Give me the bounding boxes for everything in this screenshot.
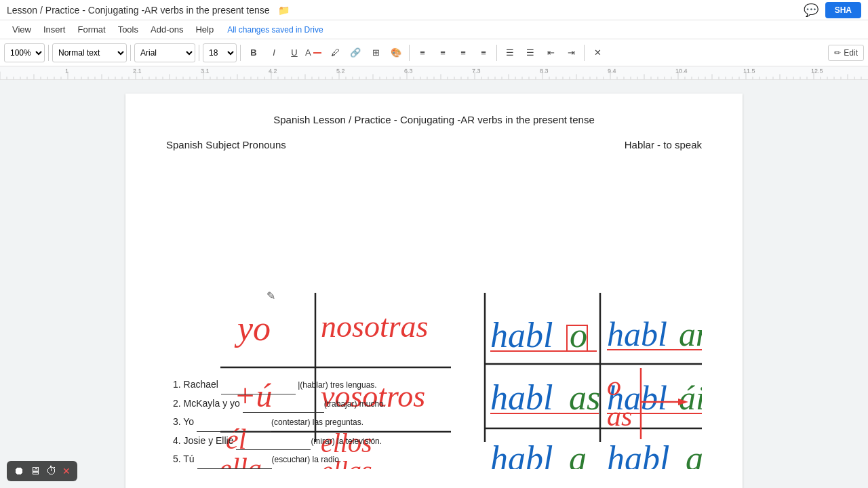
menu-insert[interactable]: Insert bbox=[38, 23, 71, 36]
align-right-button[interactable]: ≡ bbox=[454, 43, 473, 62]
svg-text:amos: amos bbox=[679, 315, 702, 353]
document-area[interactable]: Spanish Lesson / Practice - Conjugating … bbox=[0, 80, 868, 488]
font-size-select[interactable]: 18101214162024 bbox=[203, 43, 237, 62]
align-center-button[interactable]: ≡ bbox=[433, 43, 452, 62]
document-heading: Spanish Lesson / Practice - Conjugating … bbox=[166, 114, 702, 125]
section-titles: Spanish Subject Pronouns Hablar - to spe… bbox=[166, 139, 702, 150]
svg-text:habl: habl bbox=[490, 316, 553, 354]
clear-format-button[interactable]: ✕ bbox=[588, 43, 607, 62]
font-select[interactable]: ArialTimes New RomanCourier New bbox=[134, 43, 195, 62]
highlight-button[interactable]: 🖊 bbox=[326, 43, 344, 62]
record-button[interactable]: ⏺ bbox=[14, 465, 24, 477]
folder-icon[interactable]: 📁 bbox=[278, 5, 290, 16]
svg-text:as: as bbox=[569, 378, 600, 417]
link-button[interactable]: 🔗 bbox=[346, 43, 365, 62]
titlebar: Lesson / Practice - Conjugating -AR verb… bbox=[0, 0, 868, 20]
svg-text:a: a bbox=[569, 439, 587, 469]
page: Spanish Lesson / Practice - Conjugating … bbox=[125, 94, 743, 488]
comments-icon[interactable]: 💬 bbox=[804, 3, 818, 18]
align-left-button[interactable]: ≡ bbox=[413, 43, 432, 62]
underline-button[interactable]: U bbox=[285, 43, 304, 62]
menu-help[interactable]: Help bbox=[190, 23, 219, 36]
ruler bbox=[0, 66, 868, 80]
edit-mode-button[interactable]: ✏Edit bbox=[828, 45, 864, 61]
screen-button[interactable]: 🖥 bbox=[30, 465, 41, 477]
svg-text:o: o bbox=[607, 370, 621, 401]
menubar: View Insert Format Tools Add-ons Help Al… bbox=[0, 20, 868, 39]
svg-text:yo: yo bbox=[234, 309, 271, 348]
svg-text:habl: habl bbox=[607, 315, 667, 353]
style-select[interactable]: Normal textHeading 1Heading 2 bbox=[52, 43, 127, 62]
pronouns-title: Spanish Subject Pronouns bbox=[166, 139, 286, 150]
timer-button[interactable]: ⏱ bbox=[46, 465, 57, 477]
text-color-button[interactable]: A bbox=[305, 43, 324, 62]
handwriting-area: yo nosotras +ú vosotros él ella usted el… bbox=[166, 157, 702, 469]
menu-view[interactable]: View bbox=[7, 23, 37, 36]
close-screen-controls-button[interactable]: ✕ bbox=[62, 466, 71, 476]
bold-button[interactable]: B bbox=[244, 43, 263, 62]
svg-text:as: as bbox=[607, 401, 632, 432]
exercise-4: 4. Josie y Ellie (mirar) la televisión. bbox=[173, 432, 553, 451]
justify-button[interactable]: ≡ bbox=[474, 43, 493, 62]
numbered-list-button[interactable]: ☰ bbox=[500, 43, 519, 62]
bulleted-list-button[interactable]: ☰ bbox=[521, 43, 540, 62]
svg-text:✎: ✎ bbox=[267, 290, 275, 302]
toolbar: 100%75%125% Normal textHeading 1Heading … bbox=[0, 39, 868, 66]
svg-text:nosotras: nosotras bbox=[321, 309, 428, 344]
exercise-3: 3. Yo (contestar) las preguntas. bbox=[173, 413, 553, 432]
exercise-5: 5. Tú (escuchar) la radio. bbox=[173, 450, 553, 469]
svg-marker-46 bbox=[678, 399, 688, 405]
italic-button[interactable]: I bbox=[264, 43, 283, 62]
doc-title: Lesson / Practice - Conjugating -AR verb… bbox=[7, 5, 270, 16]
share-button[interactable]: SHA bbox=[825, 2, 861, 18]
indent-more-button[interactable]: ⇥ bbox=[561, 43, 580, 62]
exercise-1: 1. Rachael |(hablar) tres lenguas. bbox=[173, 375, 553, 394]
autosave-status: All changes saved in Drive bbox=[227, 25, 323, 35]
svg-text:o: o bbox=[570, 316, 587, 354]
menu-addons[interactable]: Add-ons bbox=[145, 23, 189, 36]
bg-color-button[interactable]: 🎨 bbox=[387, 43, 406, 62]
exercise-2: 2. McKayla y yo (trabajar) mucho. bbox=[173, 394, 553, 413]
image-button[interactable]: ⊞ bbox=[366, 43, 385, 62]
suffix-reminder-svg: o as bbox=[600, 365, 688, 446]
hablar-title: Hablar - to speak bbox=[625, 139, 702, 150]
indent-less-button[interactable]: ⇤ bbox=[541, 43, 560, 62]
menu-tools[interactable]: Tools bbox=[113, 23, 144, 36]
menu-format[interactable]: Format bbox=[72, 23, 111, 36]
zoom-select[interactable]: 100%75%125% bbox=[4, 43, 45, 62]
screen-controls: ⏺ 🖥 ⏱ ✕ bbox=[7, 461, 77, 481]
